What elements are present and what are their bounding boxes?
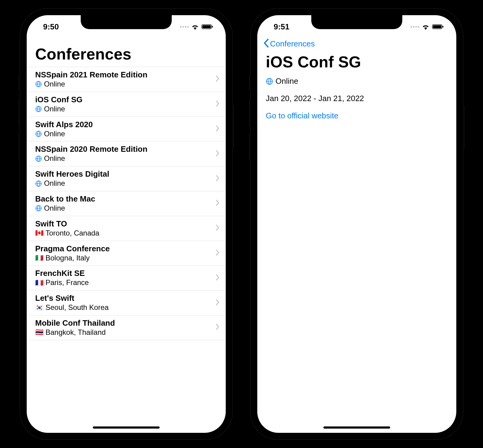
list-item-title: Mobile Conf Thailand bbox=[35, 318, 115, 328]
flag-icon: 🇨🇦 bbox=[35, 230, 43, 236]
globe-icon bbox=[35, 131, 42, 137]
globe-icon bbox=[35, 180, 42, 187]
chevron-right-icon bbox=[215, 199, 220, 207]
chevron-right-icon bbox=[215, 100, 220, 108]
home-indicator[interactable] bbox=[323, 426, 390, 429]
status-icons bbox=[410, 22, 444, 30]
list-item-subtitle: 🇫🇷Paris, France bbox=[35, 278, 89, 287]
chevron-right-icon bbox=[215, 150, 220, 158]
official-website-link[interactable]: Go to official website bbox=[266, 111, 448, 120]
svg-rect-1 bbox=[202, 25, 211, 28]
list-item-location: Online bbox=[44, 179, 65, 188]
phone-right: 9:51 Conferences iOS Conf SG bbox=[251, 8, 463, 440]
nav-bar: Conferences bbox=[257, 36, 456, 50]
list-item-title: iOS Conf SG bbox=[35, 95, 83, 104]
list-item-location: Online bbox=[44, 130, 65, 138]
list-item-location: Bangkok, Thailand bbox=[46, 328, 106, 337]
wifi-icon bbox=[422, 24, 430, 30]
list-item-location: Online bbox=[44, 105, 65, 114]
detail-location-text: Online bbox=[275, 76, 298, 86]
list-item[interactable]: Pragma Conference🇮🇹Bologna, Italy bbox=[27, 241, 226, 266]
globe-icon bbox=[266, 78, 273, 85]
list-item-title: NSSpain 2020 Remote Edition bbox=[35, 144, 147, 154]
list-item-location: Online bbox=[44, 80, 65, 89]
notch bbox=[311, 15, 402, 29]
battery-icon bbox=[201, 24, 214, 29]
chevron-right-icon bbox=[215, 125, 220, 133]
back-button[interactable]: Conferences bbox=[270, 39, 315, 49]
list-item-title: Swift Alps 2020 bbox=[35, 120, 93, 129]
list-item-subtitle: Online bbox=[35, 179, 109, 188]
list-item-location: Bologna, Italy bbox=[46, 254, 90, 263]
list-item-location: Seoul, South Korea bbox=[46, 303, 109, 312]
list-item-location: Online bbox=[44, 154, 65, 163]
globe-icon bbox=[35, 81, 42, 87]
list-item[interactable]: Let's Swift🇰🇷Seoul, South Korea bbox=[27, 290, 226, 315]
battery-icon bbox=[432, 24, 444, 29]
list-item-title: Back to the Mac bbox=[35, 194, 95, 204]
list-item-title: FrenchKit SE bbox=[35, 269, 89, 278]
globe-icon bbox=[35, 106, 42, 112]
svg-rect-2 bbox=[212, 26, 213, 28]
flag-icon: 🇮🇹 bbox=[35, 255, 43, 261]
list-item[interactable]: NSSpain 2020 Remote EditionOnline bbox=[27, 141, 226, 166]
status-time: 9:50 bbox=[39, 20, 59, 32]
flag-icon: 🇰🇷 bbox=[35, 304, 43, 311]
detail-dates: Jan 20, 2022 - Jan 21, 2022 bbox=[266, 94, 448, 103]
list-item-subtitle: 🇰🇷Seoul, South Korea bbox=[35, 303, 109, 312]
detail-location: Online bbox=[266, 76, 448, 86]
home-indicator[interactable] bbox=[93, 426, 160, 429]
chevron-right-icon bbox=[215, 299, 220, 307]
list-item-title: Pragma Conference bbox=[35, 244, 110, 253]
chevron-right-icon bbox=[215, 324, 220, 331]
page-title: Conferences bbox=[27, 36, 226, 67]
list-item-title: NSSpain 2021 Remote Edition bbox=[35, 70, 147, 80]
list-item-subtitle: Online bbox=[35, 80, 147, 89]
list-item[interactable]: iOS Conf SGOnline bbox=[27, 92, 226, 117]
list-item[interactable]: Swift Alps 2020Online bbox=[27, 117, 226, 141]
wifi-icon bbox=[191, 24, 199, 30]
chevron-right-icon bbox=[215, 249, 220, 257]
list-item-subtitle: Online bbox=[35, 154, 147, 163]
list-item-subtitle: 🇮🇹Bologna, Italy bbox=[35, 254, 110, 263]
list-item-title: Swift Heroes Digital bbox=[35, 169, 109, 179]
list-item-subtitle: Online bbox=[35, 105, 83, 114]
back-chevron-icon[interactable] bbox=[263, 39, 269, 49]
list-item[interactable]: Swift Heroes DigitalOnline bbox=[27, 166, 226, 191]
list-item-location: Paris, France bbox=[46, 278, 89, 287]
signal-dots-icon bbox=[410, 26, 419, 28]
globe-icon bbox=[35, 155, 42, 162]
phone-left: 9:50 Conferences NSSpain 2021 Remote Edi… bbox=[20, 8, 232, 440]
screen-right: 9:51 Conferences iOS Conf SG bbox=[257, 15, 456, 433]
notch bbox=[81, 15, 172, 29]
list-item[interactable]: NSSpain 2021 Remote EditionOnline bbox=[27, 67, 226, 92]
list-item[interactable]: Mobile Conf Thailand🇹🇭Bangkok, Thailand bbox=[27, 315, 226, 340]
list-item-subtitle: Online bbox=[35, 204, 95, 213]
screen-left: 9:50 Conferences NSSpain 2021 Remote Edi… bbox=[27, 15, 226, 433]
list-item-subtitle: Online bbox=[35, 130, 93, 138]
list-item[interactable]: FrenchKit SE🇫🇷Paris, France bbox=[27, 265, 226, 290]
chevron-right-icon bbox=[215, 224, 220, 232]
status-time: 9:51 bbox=[269, 20, 289, 32]
svg-rect-10 bbox=[433, 25, 441, 28]
globe-icon bbox=[35, 205, 42, 212]
signal-dots-icon bbox=[180, 26, 189, 28]
list-item-location: Online bbox=[44, 204, 65, 213]
detail-title: iOS Conf SG bbox=[257, 50, 456, 75]
flag-icon: 🇫🇷 bbox=[35, 280, 43, 286]
list-item-location: Toronto, Canada bbox=[46, 229, 99, 238]
list-item-title: Let's Swift bbox=[35, 294, 109, 303]
list-item-subtitle: 🇨🇦Toronto, Canada bbox=[35, 229, 99, 238]
status-icons bbox=[180, 22, 214, 30]
list-item[interactable]: Back to the MacOnline bbox=[27, 191, 226, 216]
flag-icon: 🇹🇭 bbox=[35, 329, 43, 336]
conference-list[interactable]: NSSpain 2021 Remote EditionOnlineiOS Con… bbox=[27, 67, 226, 433]
chevron-right-icon bbox=[215, 75, 220, 83]
list-item-subtitle: 🇹🇭Bangkok, Thailand bbox=[35, 328, 115, 337]
list-item[interactable]: Swift TO🇨🇦Toronto, Canada bbox=[27, 216, 226, 241]
svg-rect-11 bbox=[443, 26, 444, 28]
chevron-right-icon bbox=[215, 175, 220, 183]
list-item-title: Swift TO bbox=[35, 219, 99, 229]
chevron-right-icon bbox=[215, 274, 220, 282]
